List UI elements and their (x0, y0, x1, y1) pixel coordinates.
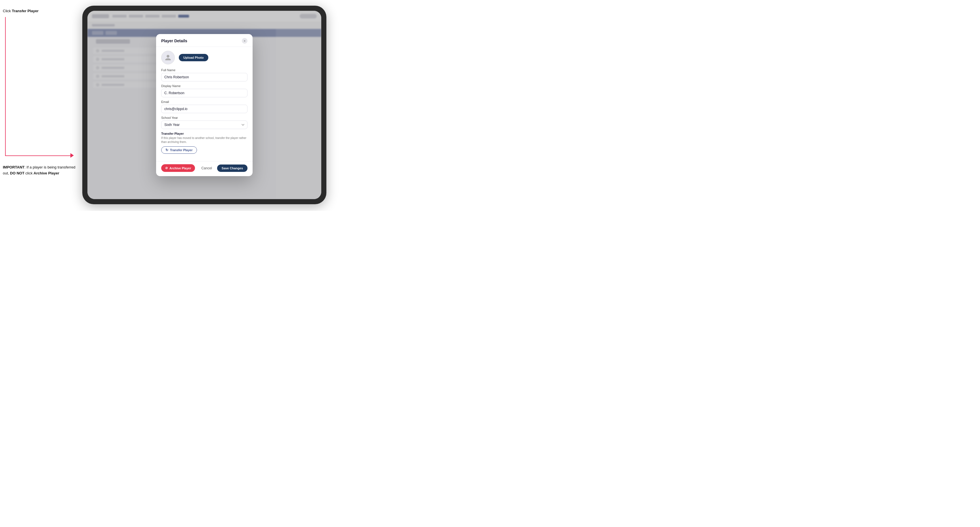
modal-header: Player Details × (156, 34, 253, 47)
archive-icon: ⊘ (165, 166, 168, 170)
full-name-group: Full Name (161, 68, 248, 81)
school-year-label: School Year (161, 116, 248, 119)
modal-close-button[interactable]: × (242, 38, 248, 44)
full-name-input[interactable] (161, 73, 248, 81)
save-changes-button[interactable]: Save Changes (217, 165, 248, 172)
transfer-player-button[interactable]: ↻ Transfer Player (161, 146, 197, 154)
school-year-group: School Year First Year Second Year Third… (161, 116, 248, 129)
arrow-horizontal-line (5, 156, 73, 156)
player-details-modal: Player Details × Upload Photo (156, 34, 253, 176)
display-name-group: Display Name (161, 84, 248, 97)
tablet-screen: Player Details × Upload Photo (88, 11, 321, 199)
instructions-top: Click Transfer Player (3, 8, 76, 17)
email-label: Email (161, 100, 248, 103)
modal-overlay: Player Details × Upload Photo (88, 11, 321, 199)
email-group: Email (161, 100, 248, 113)
instructions-bottom: IMPORTANT: If a player is being transfer… (3, 165, 76, 176)
arrow-vertical-line (5, 17, 6, 156)
tablet-device: Player Details × Upload Photo (82, 6, 326, 204)
display-name-label: Display Name (161, 84, 248, 88)
footer-right-actions: Cancel Save Changes (198, 164, 248, 172)
transfer-section-title: Transfer Player (161, 132, 248, 135)
modal-footer: ⊘ Archive Player Cancel Save Changes (156, 161, 253, 176)
instruction-top-text: Click Transfer Player (3, 8, 76, 14)
school-year-select[interactable]: First Year Second Year Third Year Fourth… (161, 121, 248, 129)
modal-title: Player Details (161, 38, 187, 43)
transfer-icon: ↻ (165, 148, 168, 152)
arrow-annotation (5, 17, 73, 159)
archive-player-button[interactable]: ⊘ Archive Player (161, 164, 195, 172)
photo-upload-section: Upload Photo (161, 51, 248, 64)
full-name-label: Full Name (161, 68, 248, 72)
avatar-placeholder (161, 51, 175, 64)
user-icon (165, 54, 172, 61)
transfer-section-description: If this player has moved to another scho… (161, 136, 248, 144)
email-input[interactable] (161, 105, 248, 113)
upload-photo-button[interactable]: Upload Photo (179, 54, 208, 61)
display-name-input[interactable] (161, 89, 248, 97)
transfer-player-section: Transfer Player If this player has moved… (161, 132, 248, 154)
cancel-button[interactable]: Cancel (198, 164, 215, 172)
arrow-head (70, 153, 74, 158)
modal-body: Upload Photo Full Name Display Name (156, 47, 253, 161)
